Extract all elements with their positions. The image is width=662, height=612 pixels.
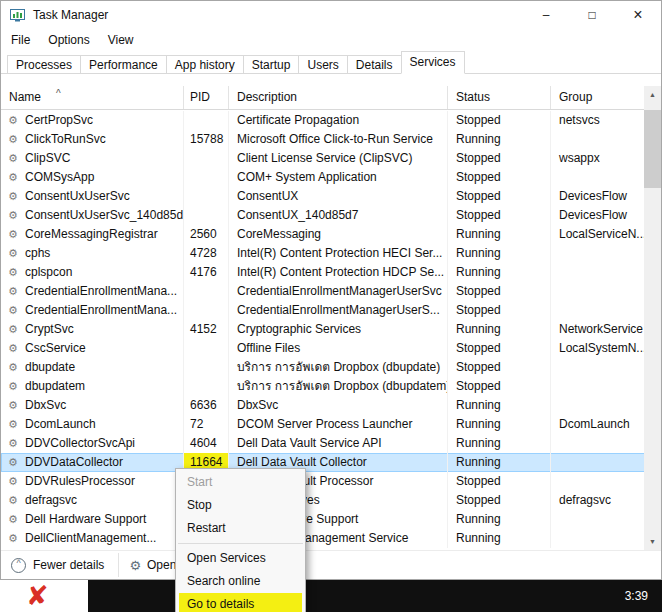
service-row-credentialenrollmentmana[interactable]: ⚙CredentialEnrollmentMana...CredentialEn… xyxy=(1,282,645,301)
service-group-cell: netsvcs xyxy=(551,111,645,130)
service-description-cell: Client License Service (ClipSVC) xyxy=(229,149,448,168)
service-status-cell: Running xyxy=(448,453,551,472)
column-header-status[interactable]: Status xyxy=(448,86,551,109)
tab-users[interactable]: Users xyxy=(298,55,347,74)
service-name-label: ClickToRunSvc xyxy=(25,132,106,146)
service-gear-icon: ⚙ xyxy=(8,130,18,149)
service-description-cell: ConsentUX xyxy=(229,187,448,206)
service-status-cell: Running xyxy=(448,529,551,548)
menubar-item-file[interactable]: File xyxy=(2,29,39,51)
service-group-cell: DevicesFlow xyxy=(551,206,645,225)
service-pid-cell xyxy=(184,301,229,320)
service-pid-cell xyxy=(184,111,229,130)
service-gear-icon: ⚙ xyxy=(8,415,18,434)
service-row-coremessagingregistrar[interactable]: ⚙CoreMessagingRegistrar2560CoreMessaging… xyxy=(1,225,645,244)
service-row-clipsvc[interactable]: ⚙ClipSVCClient License Service (ClipSVC)… xyxy=(1,149,645,168)
scroll-down-icon[interactable]: ▼ xyxy=(644,533,661,550)
column-header-name[interactable]: Name^ xyxy=(1,86,184,109)
service-row-ddvcollectorsvcapi[interactable]: ⚙DDVCollectorSvcApi4604Dell Data Vault S… xyxy=(1,434,645,453)
service-row-cscservice[interactable]: ⚙CscServiceOffline FilesStoppedLocalSyst… xyxy=(1,339,645,358)
scrollbar-thumb[interactable] xyxy=(644,110,661,188)
tab-details[interactable]: Details xyxy=(347,55,402,74)
service-name-cell: ⚙dbupdatem xyxy=(1,377,184,396)
service-description-cell: ConsentUX_140d85d7 xyxy=(229,206,448,225)
context-menu-item-open-services[interactable]: Open Services xyxy=(176,547,305,570)
service-gear-icon: ⚙ xyxy=(8,282,18,301)
tab-performance[interactable]: Performance xyxy=(80,55,167,74)
service-group-cell xyxy=(551,301,645,320)
service-row-dbupdatem[interactable]: ⚙dbupdatemบริการ การอัพเดต Dropbox (dbup… xyxy=(1,377,645,396)
service-description-cell: Intel(R) Content Protection HECI Ser... xyxy=(229,244,448,263)
service-name-label: ConsentUxUserSvc xyxy=(25,189,130,203)
sort-ascending-icon: ^ xyxy=(56,86,61,105)
close-button[interactable]: × xyxy=(615,1,661,29)
service-row-comsysapp[interactable]: ⚙COMSysAppCOM+ System ApplicationStopped xyxy=(1,168,645,187)
service-name-label: DellClientManagement... xyxy=(25,531,156,545)
service-pid-cell: 2560 xyxy=(184,225,229,244)
menubar-item-options[interactable]: Options xyxy=(39,29,98,51)
title-bar: Task Manager – □ × xyxy=(1,1,661,29)
service-description-cell: Intel(R) Content Protection HDCP Se... xyxy=(229,263,448,282)
vertical-scrollbar[interactable]: ▲ ▼ xyxy=(644,86,661,550)
context-menu-item-stop[interactable]: Stop xyxy=(176,494,305,517)
service-group-cell xyxy=(551,453,645,472)
service-status-cell: Stopped xyxy=(448,111,551,130)
tab-processes[interactable]: Processes xyxy=(7,55,81,74)
service-status-cell: Stopped xyxy=(448,149,551,168)
service-gear-icon: ⚙ xyxy=(8,244,18,263)
service-row-cplspcon[interactable]: ⚙cplspcon4176Intel(R) Content Protection… xyxy=(1,263,645,282)
column-header-group[interactable]: Group xyxy=(551,86,645,109)
service-name-cell: ⚙DbxSvc xyxy=(1,396,184,415)
service-name-cell: ⚙CredentialEnrollmentMana... xyxy=(1,282,184,301)
service-row-cryptsvc[interactable]: ⚙CryptSvc4152Cryptographic ServicesRunni… xyxy=(1,320,645,339)
context-menu-item-restart[interactable]: Restart xyxy=(176,517,305,540)
context-menu-item-search-online[interactable]: Search online xyxy=(176,570,305,593)
service-row-credentialenrollmentmana[interactable]: ⚙CredentialEnrollmentMana...CredentialEn… xyxy=(1,301,645,320)
service-group-cell xyxy=(551,130,645,149)
service-group-cell xyxy=(551,529,645,548)
tab-app-history[interactable]: App history xyxy=(166,55,244,74)
service-name-cell: ⚙CryptSvc xyxy=(1,320,184,339)
service-row-clicktorunsvc[interactable]: ⚙ClickToRunSvc15788Microsoft Office Clic… xyxy=(1,130,645,149)
service-name-cell: ⚙DDVDataCollector xyxy=(1,453,184,472)
menu-separator xyxy=(178,543,303,544)
minimize-button[interactable]: – xyxy=(523,1,569,29)
service-row-defragsvc[interactable]: ⚙defragsvcOptimize drivesStoppeddefragsv… xyxy=(1,491,645,510)
service-name-label: DDVRulesProcessor xyxy=(25,474,135,488)
gear-icon: ⚙ xyxy=(129,558,141,573)
service-row-cphs[interactable]: ⚙cphs4728Intel(R) Content Protection HEC… xyxy=(1,244,645,263)
column-header-description[interactable]: Description xyxy=(229,86,448,109)
service-name-label: cplspcon xyxy=(25,265,72,279)
fewer-details-button[interactable]: ^ Fewer details xyxy=(11,558,104,573)
service-row-dbupdate[interactable]: ⚙dbupdateบริการ การอัพเดต Dropbox (dbupd… xyxy=(1,358,645,377)
service-pid-cell: 15788 xyxy=(184,130,229,149)
service-pid-cell xyxy=(184,168,229,187)
service-row-certpropsvc[interactable]: ⚙CertPropSvcCertificate PropagationStopp… xyxy=(1,111,645,130)
screenshot-stage: Task Manager – □ × FileOptionsView Proce… xyxy=(0,0,662,612)
maximize-button[interactable]: □ xyxy=(569,1,615,29)
service-row-dellclientmanagement[interactable]: ⚙DellClientManagement...Dell Client Mana… xyxy=(1,529,645,548)
service-gear-icon: ⚙ xyxy=(8,358,18,377)
service-description-cell: บริการ การอัพเดต Dropbox (dbupdate) xyxy=(229,358,448,377)
scroll-up-icon[interactable]: ▲ xyxy=(644,86,661,103)
service-row-consentuxusersvc-140d85d7[interactable]: ⚙ConsentUxUserSvc_140d85d7ConsentUX_140d… xyxy=(1,206,645,225)
service-row-consentuxusersvc[interactable]: ⚙ConsentUxUserSvcConsentUXStoppedDevices… xyxy=(1,187,645,206)
column-header-pid[interactable]: PID xyxy=(184,86,229,109)
service-row-ddvdatacollector[interactable]: ⚙DDVDataCollector11664Dell Data Vault Co… xyxy=(1,453,645,472)
service-row-dbxsvc[interactable]: ⚙DbxSvc6636DbxSvcRunning xyxy=(1,396,645,415)
service-name-label: DDVDataCollector xyxy=(25,455,123,469)
context-menu-item-go-to-details[interactable]: Go to details xyxy=(179,593,302,612)
menubar-item-view[interactable]: View xyxy=(99,29,143,51)
tab-services[interactable]: Services xyxy=(401,51,465,74)
service-description-cell: DbxSvc xyxy=(229,396,448,415)
service-status-cell: Running xyxy=(448,130,551,149)
tab-startup[interactable]: Startup xyxy=(243,55,300,74)
service-name-cell: ⚙ClipSVC xyxy=(1,149,184,168)
service-name-cell: ⚙DDVRulesProcessor xyxy=(1,472,184,491)
service-row-dell-hardware-support[interactable]: ⚙Dell Hardware SupportDell Hardware Supp… xyxy=(1,510,645,529)
service-group-cell: LocalSystemN... xyxy=(551,339,645,358)
service-status-cell: Running xyxy=(448,263,551,282)
service-row-ddvrulesprocessor[interactable]: ⚙DDVRulesProcessorDell Data Vault Proces… xyxy=(1,472,645,491)
service-description-cell: Offline Files xyxy=(229,339,448,358)
service-row-dcomlaunch[interactable]: ⚙DcomLaunch72DCOM Server Process Launche… xyxy=(1,415,645,434)
